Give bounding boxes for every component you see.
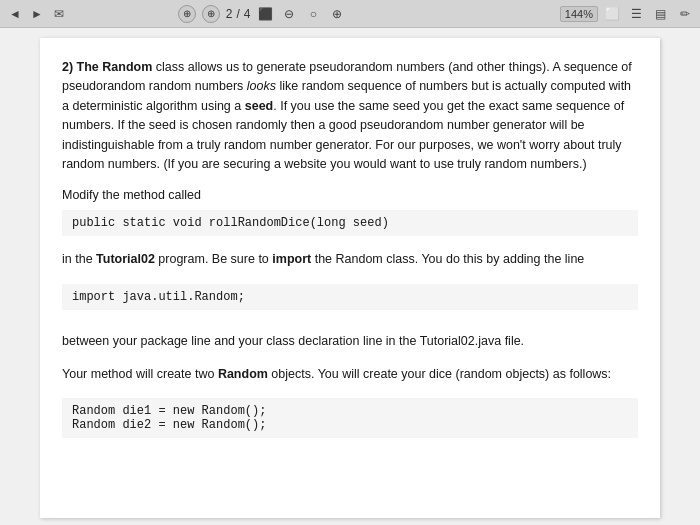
next-page-button[interactable]: ⊕ — [202, 5, 220, 23]
grid-icon[interactable]: ☰ — [628, 5, 646, 23]
paragraph-text: 2) The Random class allows us to generat… — [62, 60, 632, 171]
code-line-2: Random die2 = new Random(); — [72, 418, 266, 432]
forward-icon[interactable]: ► — [28, 5, 46, 23]
total-pages: 4 — [244, 7, 251, 21]
toolbar: ◄ ► ✉ ⊕ ⊕ 2 / 4 ⬛ ⊖ ○ ⊕ 144% ⬜ ☰ ▤ ✏ — [0, 0, 700, 28]
zoom-level[interactable]: 144% — [560, 6, 598, 22]
page-navigation: 2 / 4 — [226, 7, 251, 21]
circle-icon[interactable]: ○ — [304, 5, 322, 23]
edit-icon[interactable]: ✏ — [676, 5, 694, 23]
document-area: 2) The Random class allows us to generat… — [0, 28, 700, 525]
code-block-1: public static void rollRandomDice(long s… — [62, 210, 638, 236]
code-block-3: Random die1 = new Random(); Random die2 … — [62, 398, 638, 438]
code-line-1: Random die1 = new Random(); — [72, 404, 266, 418]
between-text: between your package line and your class… — [62, 332, 638, 351]
toolbar-left-icons: ◄ ► ✉ — [6, 5, 68, 23]
modify-label: Modify the method called — [62, 188, 638, 202]
mail-icon[interactable]: ✉ — [50, 5, 68, 23]
prev-page-button[interactable]: ⊕ — [178, 5, 196, 23]
back-icon[interactable]: ◄ — [6, 5, 24, 23]
expand-icon[interactable]: ⬜ — [604, 5, 622, 23]
intro-paragraph: 2) The Random class allows us to generat… — [62, 58, 638, 174]
cursor-icon[interactable]: ⬛ — [256, 5, 274, 23]
toolbar-right: 144% ⬜ ☰ ▤ ✏ — [560, 5, 694, 23]
in-tutorial-text: in the Tutorial02 program. Be sure to im… — [62, 250, 638, 269]
your-method-text: Your method will create two Random objec… — [62, 365, 638, 384]
minus-icon[interactable]: ⊖ — [280, 5, 298, 23]
current-page: 2 — [226, 7, 233, 21]
plus-icon[interactable]: ⊕ — [328, 5, 346, 23]
document-page: 2) The Random class allows us to generat… — [40, 38, 660, 518]
code-block-2: import java.util.Random; — [62, 284, 638, 310]
page-separator: / — [236, 7, 239, 21]
toolbar-center: ⊕ ⊕ 2 / 4 ⬛ ⊖ ○ ⊕ — [178, 5, 347, 23]
panel-icon[interactable]: ▤ — [652, 5, 670, 23]
